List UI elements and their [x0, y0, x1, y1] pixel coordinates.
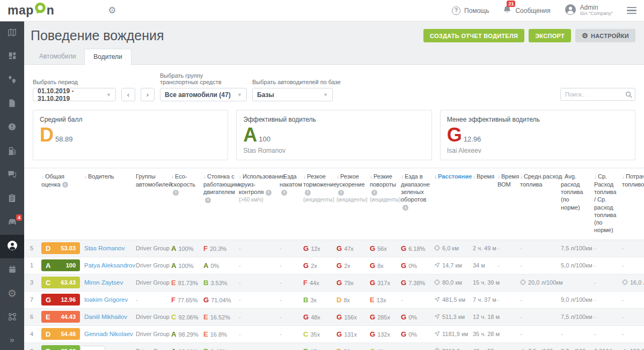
info-icon[interactable]: i [281, 190, 287, 196]
column-header-spent[interactable]: ↓Потраченное топливо [620, 168, 644, 240]
search-input[interactable] [560, 88, 635, 101]
tab-vehicles[interactable]: Автомобили [31, 49, 84, 64]
driver-base-select[interactable]: Базы ▼ [252, 88, 333, 101]
user-menu[interactable]: Admin SIA "Company" [565, 4, 613, 17]
column-header-inner: ↓Резкое торможениеi(инциденты) [303, 173, 332, 203]
info-icon[interactable]: i [305, 190, 311, 196]
sidebar-item-routes[interactable] [0, 69, 24, 92]
column-header-fuel[interactable]: ↓Средн.расход топлива [518, 168, 559, 240]
sidebar-expand-button[interactable]: » [0, 330, 24, 350]
sidebar-item-map[interactable] [0, 21, 24, 45]
sidebar-item-fuel[interactable] [0, 140, 24, 163]
badge-grade-letter: D [46, 330, 50, 338]
group-cell: Driver Group [134, 240, 169, 257]
grade-letter: G [370, 262, 375, 270]
sort-arrow-icon: ↓ [41, 174, 44, 180]
column-header-time[interactable]: ↓Время [471, 168, 495, 240]
driver-link[interactable]: Patya Aleksandrov [84, 262, 135, 269]
column-header-fuel_norm[interactable]: ↓Avg. расход топлива (по норме) [559, 168, 592, 240]
cruise-cell: - [237, 240, 277, 257]
page-size-select-partial[interactable] [80, 346, 105, 350]
sidebar-item-drivers[interactable] [0, 235, 24, 258]
info-icon[interactable]: i [371, 190, 377, 196]
metric-cell: C35x [301, 325, 334, 342]
sidebar-item-alerts[interactable] [0, 116, 24, 140]
metric-cell: - [399, 291, 432, 308]
info-icon[interactable]: i [266, 190, 272, 196]
driver-row: 5D53.03Stas RomanovDriver GroupA100%F20.… [24, 240, 644, 257]
column-header-pto[interactable]: ↓Время ВОМ [495, 168, 518, 240]
messages-menu[interactable]: 21 Сообщения [503, 5, 550, 16]
column-header-inner: ↓Стоянка с работающим двигателемi [203, 173, 235, 203]
pto-time-cell: - [495, 325, 518, 342]
column-header-green[interactable]: ↓Езда в диапазоне зеленых оборотовi [399, 168, 432, 240]
grade-letter: C [370, 347, 375, 350]
column-header-dist[interactable]: ↓Расстояние [432, 168, 471, 240]
metric-value: 0% [408, 314, 417, 321]
create-driver-report-button[interactable]: СОЗДАТЬ ОТЧЕТ ВОДИТЕЛЯ [423, 29, 524, 42]
search-icon [625, 91, 632, 100]
driver-link[interactable]: Miron Zaytsev [84, 279, 123, 286]
sidebar-item-fleet[interactable]: 4 [0, 211, 24, 235]
sidebar-item-reports[interactable] [0, 93, 24, 116]
table-header-row: ↓Общая оценкаi↓ВодительГруппы автомобиле… [24, 168, 644, 240]
metric-cell: F20.3% [201, 240, 237, 257]
column-header-name[interactable]: ↓Водитель [82, 168, 134, 240]
grade-letter: G [370, 330, 375, 338]
cruise-cell: - [237, 342, 277, 350]
sidebar-item-tasks[interactable] [0, 187, 24, 211]
vehicle-group-select[interactable]: Все автомобили (47) ▼ [160, 88, 247, 101]
sidebar-item-settings[interactable]: ⚙ [0, 282, 24, 306]
distance-cell-value: 511,3 км [442, 314, 465, 320]
sidebar-item-calendar[interactable] [0, 258, 24, 282]
help-menu[interactable]: ? Помощь [452, 6, 489, 15]
column-header-ratio[interactable]: ↓Ср. Расход топлива / Ср. расход топлива… [592, 168, 620, 240]
metric-value: 12x [311, 245, 320, 252]
next-period-button[interactable]: › [141, 88, 155, 101]
driver-link[interactable]: Stas Romanov [84, 245, 125, 251]
grade-letter: G [401, 330, 406, 338]
driver-link[interactable]: Daniil Mikhailov [84, 314, 127, 320]
settings-button[interactable]: ⚙ НАСТРОЙКИ [575, 29, 635, 42]
metric-value: 44x [310, 280, 319, 286]
prev-period-button[interactable]: ‹ [121, 88, 135, 101]
settings-gear-icon: ⚙ [582, 32, 588, 39]
column-header-brake[interactable]: ↓Резкое торможениеi(инциденты) [301, 168, 334, 240]
column-header-cruise[interactable]: ↓Использование круиз-контроляi(>60 км/ч) [237, 168, 277, 240]
column-header-accel[interactable]: ↓Резкое ускорениеi(инциденты) [334, 168, 368, 240]
hamburger-menu-icon[interactable] [627, 7, 636, 14]
column-header-idle[interactable]: ↓Стоянка с работающим двигателемi [201, 168, 237, 240]
sidebar-item-integrations[interactable] [0, 306, 24, 329]
period-select[interactable]: 01.10.2019 - 31.10.2019 ▼ [33, 88, 116, 101]
sidebar-item-chat[interactable] [0, 163, 24, 187]
column-header-eco[interactable]: ↓Eco-скоростьi [169, 168, 201, 240]
column-header-turns[interactable]: ↓Резкие поворотыi(инциденты) [368, 168, 399, 240]
sidebar-item-dashboard[interactable] [0, 45, 24, 69]
driver-link[interactable]: Gennadi Nikolaev [84, 331, 133, 337]
metric-cell: G71.04% [201, 291, 237, 308]
sort-arrow-icon: ↓ [171, 174, 174, 180]
column-header-score[interactable]: ↓Общая оценкаi [39, 168, 82, 240]
time-cell: 15 ч. 39 м [471, 274, 495, 291]
topbar-gear-icon[interactable]: ⚙ [108, 5, 116, 16]
badge-score-value: 63.43 [61, 279, 76, 286]
info-icon[interactable]: i [338, 190, 344, 196]
empty-value: - [622, 331, 624, 337]
tab-drivers[interactable]: Водители [84, 49, 131, 65]
info-icon[interactable]: i [205, 197, 211, 203]
export-button[interactable]: ЭКСПОРТ [529, 29, 571, 42]
column-header-coast[interactable]: ↓Езда накатомi [277, 168, 301, 240]
driver-link[interactable]: Ioakim Grigorev [84, 296, 128, 303]
time-cell: 35 ч. 28 м [471, 325, 495, 342]
info-icon[interactable]: i [402, 205, 408, 211]
info-icon[interactable]: i [173, 190, 179, 196]
metric-cell: F44x [301, 274, 334, 291]
metric-cell: G47x [334, 240, 368, 257]
sort-arrow-icon: ↓ [280, 174, 282, 180]
user-company: SIA "Company" [580, 11, 613, 17]
column-label: Резкие повороты [370, 173, 396, 187]
metric-value: 317x [377, 280, 390, 286]
group-cell-value: Driver Group [136, 314, 170, 320]
column-header-inner: ↓Средн.расход топлива [520, 173, 557, 188]
info-icon[interactable]: i [62, 182, 68, 188]
